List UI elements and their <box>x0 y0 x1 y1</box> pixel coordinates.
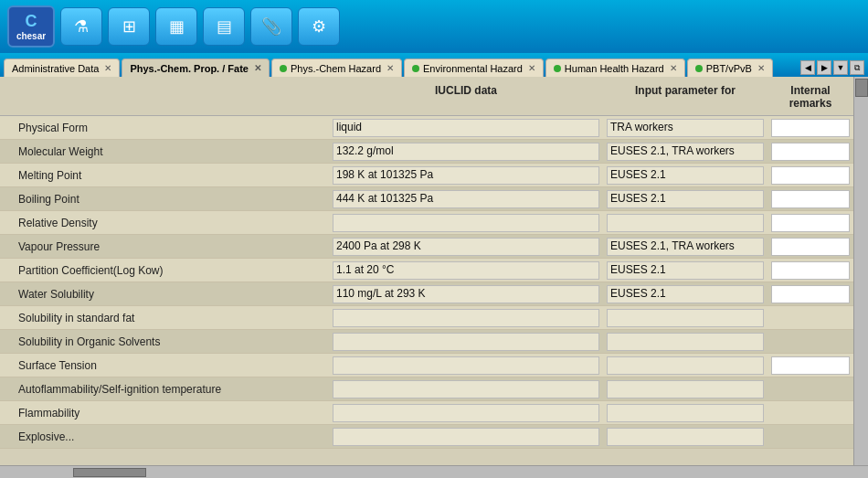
input-param-value: EUSES 2.1 <box>607 166 764 185</box>
input-param-value <box>607 309 764 327</box>
tab-pbt-label: PBT/vPvB <box>706 63 752 74</box>
remark-input[interactable] <box>771 285 850 303</box>
iuclid-value[interactable]: 1.1 at 20 °C <box>333 261 599 280</box>
iuclid-value[interactable] <box>333 428 599 446</box>
tab-phys-hazard-dot <box>280 65 287 72</box>
input-param-value <box>607 333 764 351</box>
content-area: IUCLID data Input parameter for Internal… <box>0 77 868 465</box>
table-row: Flammability <box>0 401 853 425</box>
remark-empty <box>767 410 853 416</box>
table-header: IUCLID data Input parameter for Internal… <box>0 77 853 116</box>
tab-pbt-dot <box>695 65 703 72</box>
tab-nav-left[interactable]: ◀ <box>800 60 815 75</box>
remark-input[interactable] <box>771 190 850 208</box>
scrollbar-right[interactable] <box>853 77 868 465</box>
iuclid-value[interactable] <box>333 356 599 375</box>
input-param-value: EUSES 2.1, TRA workers <box>607 143 764 161</box>
table-row: Partition Coefficient(Log Kow) 1.1 at 20… <box>0 259 853 282</box>
tab-phys-chem-hazard[interactable]: Phys.-Chem Hazard ✕ <box>271 58 402 77</box>
property-label: Relative Density <box>0 214 329 232</box>
property-label: Solubility in standard fat <box>0 309 329 327</box>
tab-pbt-close[interactable]: ✕ <box>757 63 765 73</box>
scrollbar-bottom[interactable] <box>0 465 868 478</box>
tab-nav-menu[interactable]: ▼ <box>833 60 848 75</box>
scrollbar-bottom-thumb[interactable] <box>73 468 146 477</box>
property-label: Water Solubility <box>0 285 329 303</box>
table-row: Explosive... <box>0 425 853 449</box>
remark-input[interactable] <box>771 238 850 256</box>
remark-input[interactable] <box>771 261 850 280</box>
iuclid-value[interactable]: 198 K at 101325 Pa <box>333 166 599 185</box>
iuclid-value[interactable]: liquid <box>333 119 599 137</box>
tab-pbt[interactable]: PBT/vPvB ✕ <box>687 58 773 77</box>
tab-nav-window[interactable]: ⧉ <box>850 60 864 75</box>
tab-human-health[interactable]: Human Health Hazard ✕ <box>545 58 685 77</box>
table-row: Water Solubility 110 mg/L at 293 K EUSES… <box>0 282 853 306</box>
tab-phys-hazard-label: Phys.-Chem Hazard <box>291 63 381 74</box>
iuclid-value[interactable] <box>333 214 599 232</box>
property-label: Autoflammability/Self-ignition temperatu… <box>0 380 329 398</box>
input-param-value <box>607 404 764 422</box>
remark-empty <box>767 387 853 392</box>
iuclid-value[interactable]: 110 mg/L at 293 K <box>333 285 599 303</box>
iuclid-value[interactable] <box>333 380 599 398</box>
chart-button[interactable]: ▦ <box>155 7 197 46</box>
remark-input[interactable] <box>771 143 850 161</box>
tab-env-label: Environmental Hazard <box>423 63 523 74</box>
iuclid-value[interactable]: 444 K at 101325 Pa <box>333 190 599 208</box>
property-label: Partition Coefficient(Log Kow) <box>0 261 329 280</box>
tab-human-close[interactable]: ✕ <box>670 63 677 73</box>
remark-input[interactable] <box>771 356 850 375</box>
tab-phys-chem-close[interactable]: ✕ <box>254 63 261 73</box>
iuclid-value[interactable]: 132.2 g/mol <box>333 143 599 161</box>
input-param-value <box>607 428 764 446</box>
document-button[interactable]: ▤ <box>203 7 245 46</box>
settings-button[interactable]: ⚙ <box>298 7 340 46</box>
scrollbar-thumb[interactable] <box>855 79 868 97</box>
logo: C chesar <box>7 5 55 48</box>
data-table: Physical Form liquid TRA workers Molecul… <box>0 116 853 449</box>
property-label: Solubility in Organic Solvents <box>0 333 329 351</box>
property-label: Molecular Weight <box>0 143 329 161</box>
grid-button[interactable]: ⊞ <box>108 7 150 46</box>
iuclid-value[interactable] <box>333 309 599 327</box>
remark-input[interactable] <box>771 214 850 232</box>
chemistry-button[interactable]: ⚗ <box>60 7 102 46</box>
iuclid-value[interactable]: 2400 Pa at 298 K <box>333 238 599 256</box>
table-row: Autoflammability/Self-ignition temperatu… <box>0 377 853 401</box>
table-row: Relative Density <box>0 211 853 235</box>
input-param-value <box>607 356 764 375</box>
property-label: Surface Tension <box>0 356 329 375</box>
tab-administrative-close[interactable]: ✕ <box>104 63 111 73</box>
tab-administrative-label: Administrative Data <box>12 63 99 74</box>
property-label: Melting Point <box>0 166 329 185</box>
tab-nav-right[interactable]: ▶ <box>817 60 831 75</box>
iuclid-value[interactable] <box>333 404 599 422</box>
col-header-property <box>0 82 329 112</box>
table-row: Surface Tension <box>0 354 853 377</box>
tab-phys-chem-label: Phys.-Chem. Prop. / Fate <box>130 63 249 74</box>
tab-env-dot <box>412 65 419 72</box>
property-label: Flammability <box>0 404 329 422</box>
input-param-value: EUSES 2.1 <box>607 190 764 208</box>
tab-phys-chem[interactable]: Phys.-Chem. Prop. / Fate ✕ <box>122 58 270 77</box>
col-header-input: Input parameter for <box>603 82 767 112</box>
tab-bar: Administrative Data ✕ Phys.-Chem. Prop. … <box>0 53 868 77</box>
tab-human-label: Human Health Hazard <box>565 63 664 74</box>
iuclid-value[interactable] <box>333 333 599 351</box>
tab-administrative-data[interactable]: Administrative Data ✕ <box>4 58 120 77</box>
table-row: Molecular Weight 132.2 g/mol EUSES 2.1, … <box>0 140 853 164</box>
attach-button[interactable]: 📎 <box>250 7 292 46</box>
property-label: Explosive... <box>0 428 329 446</box>
table-row: Melting Point 198 K at 101325 Pa EUSES 2… <box>0 164 853 187</box>
remark-input[interactable] <box>771 119 850 137</box>
tab-phys-hazard-close[interactable]: ✕ <box>386 63 394 73</box>
remark-input[interactable] <box>771 166 850 185</box>
col-header-iuclid: IUCLID data <box>329 82 603 112</box>
input-param-value <box>607 380 764 398</box>
tab-env-close[interactable]: ✕ <box>528 63 535 73</box>
tab-human-dot <box>554 65 561 72</box>
property-label: Physical Form <box>0 119 329 137</box>
tab-env-hazard[interactable]: Environmental Hazard ✕ <box>404 58 544 77</box>
table-row: Vapour Pressure 2400 Pa at 298 K EUSES 2… <box>0 235 853 259</box>
